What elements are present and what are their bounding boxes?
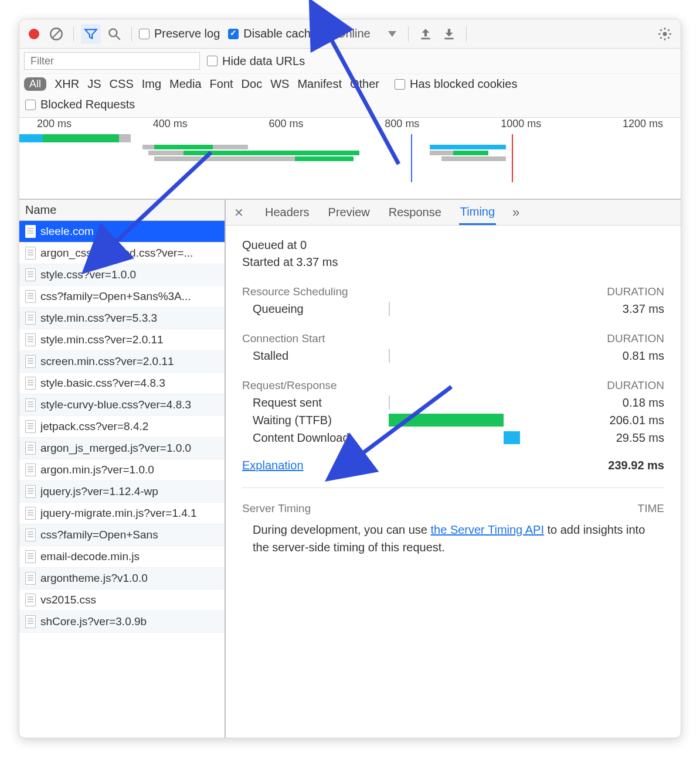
filter-type-css[interactable]: CSS [110, 77, 134, 91]
svg-point-6 [663, 32, 667, 36]
tabs-more-button[interactable]: » [512, 205, 519, 220]
hide-data-urls-checkbox[interactable]: Hide data URLs [207, 54, 305, 68]
checkbox-icon [139, 29, 149, 39]
close-detail-button[interactable]: ✕ [230, 206, 247, 220]
timing-row-stalled: Stalled 0.81 ms [242, 349, 664, 363]
tab-headers[interactable]: Headers [264, 201, 311, 224]
file-icon [25, 528, 36, 541]
download-icon [441, 26, 457, 42]
filter-type-doc[interactable]: Doc [242, 77, 263, 91]
resource-type-filter: All XHR JS CSS Img Media Font Doc WS Man… [19, 74, 681, 94]
separator [73, 26, 74, 42]
filter-type-other[interactable]: Other [350, 77, 379, 91]
timeline-overview[interactable]: 200 ms 400 ms 600 ms 800 ms 1000 ms 1200… [19, 118, 681, 200]
request-row[interactable]: argon.min.js?ver=1.0.0 [19, 459, 225, 481]
tab-response[interactable]: Response [388, 201, 443, 224]
duration-header: DURATION [607, 332, 664, 345]
duration-header: DURATION [607, 285, 664, 298]
request-row[interactable]: style.css?ver=1.0.0 [19, 264, 225, 286]
section-title: Resource Scheduling [242, 285, 348, 298]
request-row[interactable]: style.min.css?ver=2.0.11 [19, 329, 225, 351]
filter-type-font[interactable]: Font [210, 77, 233, 91]
request-name: style.min.css?ver=5.3.3 [40, 312, 157, 325]
blocked-requests-label: Blocked Requests [40, 98, 135, 111]
preserve-log-label: Preserve log [154, 27, 220, 40]
explanation-link[interactable]: Explanation [242, 459, 304, 472]
request-row[interactable]: email-decode.min.js [19, 546, 225, 568]
network-split: Name sleele.comargon_css_merged.css?ver=… [19, 200, 681, 738]
checkbox-icon [207, 56, 218, 66]
request-name: vs2015.css [40, 594, 96, 606]
request-row[interactable]: argon_css_merged.css?ver=... [19, 243, 225, 264]
timing-detail: Queued at 0 Started at 3.37 ms Resource … [226, 226, 681, 738]
section-title: Request/Response [242, 379, 337, 392]
timing-row-label: Stalled [242, 349, 389, 363]
filter-type-media[interactable]: Media [169, 77, 201, 91]
file-icon [25, 485, 36, 498]
settings-button[interactable] [655, 24, 675, 44]
server-timing-api-link[interactable]: the Server Timing API [431, 523, 544, 536]
filter-type-manifest[interactable]: Manifest [297, 77, 342, 91]
search-button[interactable] [104, 24, 124, 44]
request-detail: ✕ Headers Preview Response Timing » Queu… [226, 200, 681, 738]
clear-button[interactable] [46, 24, 66, 44]
timing-row-value: 3.37 ms [594, 302, 664, 316]
server-timing-time-header: TIME [638, 502, 664, 515]
request-name: css?family=Open+Sans [40, 528, 158, 541]
separator [324, 26, 325, 42]
chevron-down-icon [388, 31, 396, 37]
search-icon [107, 26, 122, 42]
disable-cache-checkbox[interactable]: Disable cache [228, 27, 317, 40]
file-icon [25, 507, 36, 520]
tick-label: 600 ms [269, 118, 304, 130]
request-row[interactable]: style.basic.css?ver=4.8.3 [19, 373, 225, 394]
blocked-requests-checkbox[interactable]: Blocked Requests [25, 98, 135, 111]
request-row[interactable]: jquery-migrate.min.js?ver=1.4.1 [19, 503, 225, 524]
file-icon [25, 594, 36, 606]
separator [408, 26, 409, 42]
download-har-button[interactable] [439, 24, 459, 44]
request-row[interactable]: shCore.js?ver=3.0.9b [19, 611, 225, 633]
file-icon [25, 442, 36, 455]
filter-input[interactable] [24, 52, 200, 70]
request-row[interactable]: argontheme.js?v1.0.0 [19, 568, 225, 589]
request-row[interactable]: jetpack.css?ver=8.4.2 [19, 416, 225, 438]
request-row[interactable]: argon_js_merged.js?ver=1.0.0 [19, 438, 225, 459]
request-name: argon_js_merged.js?ver=1.0.0 [40, 442, 191, 455]
request-row[interactable]: sleele.com [19, 221, 225, 243]
request-row[interactable]: style.min.css?ver=5.3.3 [19, 308, 225, 329]
detail-tabs: ✕ Headers Preview Response Timing » [226, 200, 681, 226]
request-row[interactable]: screen.min.css?ver=2.0.11 [19, 351, 225, 373]
request-name: shCore.js?ver=3.0.9b [40, 615, 147, 628]
timing-total-row: Explanation 239.92 ms [242, 459, 664, 488]
timing-total: 239.92 ms [608, 459, 664, 472]
devtools-network-panel: Preserve log Disable cache Online Hide d… [19, 19, 681, 738]
request-row[interactable]: css?family=Open+Sans%3A... [19, 286, 225, 308]
record-button[interactable] [29, 29, 39, 39]
file-icon [25, 290, 36, 303]
started-at: Started at 3.37 ms [242, 255, 664, 269]
has-blocked-cookies-checkbox[interactable]: Has blocked cookies [395, 77, 517, 91]
timing-row-label: Queueing [242, 302, 389, 316]
request-row[interactable]: jquery.js?ver=1.12.4-wp [19, 481, 225, 503]
request-name: style.min.css?ver=2.0.11 [40, 333, 164, 346]
timing-row-label: Content Download [242, 431, 389, 445]
filter-type-ws[interactable]: WS [270, 77, 289, 91]
filter-toggle[interactable] [81, 24, 101, 44]
request-name: email-decode.min.js [40, 550, 140, 563]
filter-type-xhr[interactable]: XHR [55, 77, 79, 91]
request-row[interactable]: style-curvy-blue.css?ver=4.8.3 [19, 394, 225, 416]
timing-row-value: 0.81 ms [594, 349, 664, 363]
filter-type-img[interactable]: Img [142, 77, 161, 91]
throttle-select[interactable]: Online [332, 27, 401, 40]
tab-timing[interactable]: Timing [459, 200, 496, 225]
request-row[interactable]: vs2015.css [19, 589, 225, 611]
upload-har-button[interactable] [416, 24, 436, 44]
preserve-log-checkbox[interactable]: Preserve log [139, 27, 220, 40]
tab-preview[interactable]: Preview [327, 201, 371, 224]
column-header-name[interactable]: Name [19, 200, 225, 221]
gear-icon [657, 26, 672, 42]
filter-type-js[interactable]: JS [87, 77, 101, 91]
request-row[interactable]: css?family=Open+Sans [19, 524, 225, 546]
filter-type-all[interactable]: All [24, 77, 46, 91]
